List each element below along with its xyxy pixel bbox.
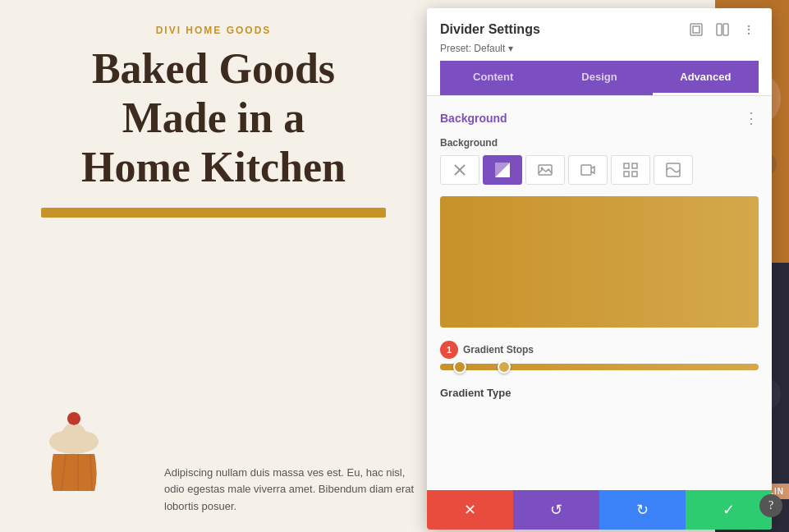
- section-more-icon[interactable]: ⋮: [744, 109, 759, 127]
- save-button[interactable]: ✓: [686, 490, 772, 530]
- svg-rect-12: [690, 24, 702, 35]
- body-text: Adipiscing nullam duis massa ves est. Eu…: [164, 465, 419, 516]
- bg-type-mask[interactable]: [654, 155, 693, 185]
- gradient-slider-track[interactable]: [440, 364, 759, 370]
- section-header: Background ⋮: [440, 109, 759, 127]
- bg-type-none[interactable]: [440, 155, 479, 185]
- bg-label: Background: [440, 137, 759, 149]
- svg-rect-15: [723, 24, 728, 35]
- svg-rect-26: [632, 172, 637, 177]
- panel-title: Divider Settings: [440, 22, 540, 37]
- main-title: Baked Goods Made in a Home Kitchen: [65, 44, 362, 191]
- gradient-stops-label: Gradient Stops: [463, 344, 534, 355]
- panel-footer: ✕ ↺ ↻ ✓: [427, 490, 772, 530]
- split-icon[interactable]: [713, 20, 732, 39]
- bg-type-image[interactable]: [525, 155, 565, 185]
- settings-panel: Divider Settings ⋮ Preset: Default ▾ Con…: [427, 8, 772, 530]
- expand-icon[interactable]: [686, 20, 706, 39]
- bg-type-selector: [440, 155, 759, 185]
- undo-button[interactable]: ↺: [513, 490, 599, 530]
- bg-type-pattern[interactable]: [611, 155, 650, 185]
- section-title: Background: [440, 112, 507, 125]
- gradient-stops-row: 1 Gradient Stops: [440, 341, 759, 359]
- panel-tabs: Content Design Advanced: [440, 61, 759, 95]
- help-button[interactable]: ?: [759, 494, 782, 517]
- svg-rect-13: [693, 26, 700, 33]
- redo-button[interactable]: ↻: [599, 490, 686, 530]
- gradient-stop-badge: 1: [440, 341, 458, 359]
- divider-bar: [41, 208, 386, 218]
- tab-content[interactable]: Content: [440, 61, 546, 95]
- color-preview[interactable]: [440, 196, 759, 328]
- gradient-stop-left[interactable]: [453, 360, 466, 374]
- cancel-button[interactable]: ✕: [427, 490, 513, 530]
- brand-name: DIVI HOME GOODS: [156, 25, 272, 36]
- panel-title-row: Divider Settings ⋮: [440, 20, 759, 39]
- cupcake-illustration: [25, 409, 140, 532]
- panel-body: Background ⋮ Background: [427, 96, 772, 490]
- svg-rect-22: [581, 165, 591, 175]
- bg-type-gradient[interactable]: [483, 155, 522, 185]
- gradient-stop-right[interactable]: [498, 360, 511, 374]
- preset-row[interactable]: Preset: Default ▾: [440, 43, 759, 54]
- svg-point-0: [67, 412, 80, 425]
- svg-rect-24: [632, 163, 637, 168]
- svg-rect-14: [717, 24, 722, 35]
- svg-rect-23: [624, 163, 629, 168]
- preset-label: Preset: Default ▾: [440, 43, 513, 54]
- svg-rect-25: [624, 172, 629, 177]
- panel-header-icons: ⋮: [686, 20, 759, 39]
- panel-header: Divider Settings ⋮ Preset: Default ▾ Con…: [427, 8, 772, 96]
- more-icon[interactable]: ⋮: [739, 20, 759, 39]
- tab-design[interactable]: Design: [546, 61, 652, 95]
- gradient-type-label: Gradient Type: [440, 387, 759, 399]
- bg-type-video[interactable]: [568, 155, 608, 185]
- tab-advanced[interactable]: Advanced: [653, 61, 759, 95]
